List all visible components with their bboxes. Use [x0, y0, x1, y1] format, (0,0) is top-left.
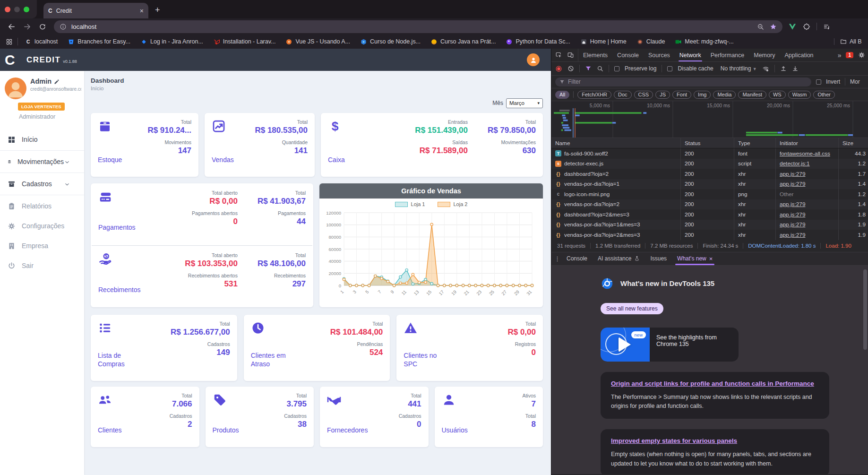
import-har-icon[interactable] [780, 65, 787, 72]
request-initiator[interactable]: app.js:279 [780, 232, 805, 238]
card-lista-de-compras[interactable]: Lista de ComprasTotalR$ 1.256.677,00Cada… [91, 315, 237, 381]
card-pagamentos[interactable]: PagamentosTotal abertoR$ 0,00Pagamentos … [91, 183, 313, 245]
preserve-log-checkbox[interactable] [614, 66, 619, 71]
card-vendas[interactable]: VendasTotalR$ 180.535,00Quantidade141 [205, 113, 315, 177]
tab-close-icon[interactable]: × [140, 7, 144, 15]
card-fornecedores[interactable]: FornecedoresTotal441Cadastros0 [320, 387, 429, 447]
request-row[interactable]: {}dashboard?loja=2&mes=3200xhrapp.js:279… [551, 209, 868, 220]
back-icon[interactable] [8, 22, 16, 31]
all-bookmarks-button[interactable]: All B [834, 38, 868, 45]
maximize-window-button[interactable] [24, 7, 29, 12]
bookmark-item[interactable]: Claude [636, 38, 665, 45]
disable-cache-checkbox[interactable] [667, 66, 672, 71]
bookmark-item[interactable]: Python for Data Sc... [506, 38, 570, 45]
drawer-menu-icon[interactable]: ⋮ [554, 255, 561, 262]
chip-media[interactable]: Media [713, 91, 736, 99]
chip-manifest[interactable]: Manifest [738, 91, 766, 99]
throttling-select[interactable]: No throttling ▼ [721, 65, 757, 72]
close-window-button[interactable] [5, 7, 10, 12]
chip-fetchxhr[interactable]: Fetch/XHR [577, 91, 611, 99]
clear-network-log-icon[interactable] [567, 65, 574, 72]
bookmark-item[interactable]: Clocalhost [25, 38, 58, 45]
chip-wasm[interactable]: Wasm [788, 91, 811, 99]
bookmark-item[interactable]: Home | Home [580, 38, 627, 45]
card-caixa[interactable]: $CaixaEntradasR$ 151.439,00SaídasR$ 71.5… [321, 113, 543, 177]
new-tab-button[interactable]: + [155, 5, 160, 15]
chip-img[interactable]: Img [694, 91, 711, 99]
device-toolbar-icon[interactable] [567, 52, 574, 59]
record-network-log-icon[interactable] [555, 65, 562, 72]
request-row[interactable]: sdetector-exec.js200scriptdetector.js:11… [551, 159, 868, 169]
sidebar-item-configuracoes[interactable]: Configurações [0, 216, 84, 236]
search-network-icon[interactable] [597, 65, 603, 72]
bookmark-star-icon[interactable] [770, 22, 777, 31]
chip-font[interactable]: Font [672, 91, 691, 99]
bookmark-item[interactable]: Curso Java na Prát... [430, 38, 496, 45]
vue-devtools-icon[interactable] [788, 22, 797, 31]
request-row[interactable]: {}vendas-por-dia?loja=1200xhrapp.js:2791… [551, 179, 868, 190]
card-clientes[interactable]: ClientesTotal7.066Cadastros2 [91, 387, 199, 447]
bookmark-item[interactable]: Vue JS - Usando A... [285, 38, 350, 45]
request-initiator[interactable]: app.js:279 [780, 181, 805, 187]
tab-list-icon[interactable] [823, 22, 831, 31]
sidebar-item-empresa[interactable]: Empresa [0, 236, 84, 256]
edit-profile-icon[interactable] [54, 78, 60, 85]
bookmark-item[interactable]: Log in - Jira Anron... [140, 38, 203, 45]
invert-checkbox[interactable] [816, 79, 821, 85]
request-row[interactable]: {}vendas-por-dia?loja=2&mes=3200xhrapp.j… [551, 230, 868, 240]
drawer-tab-whatsnew[interactable]: What's new× [672, 252, 717, 265]
export-har-icon[interactable] [792, 65, 799, 72]
chip-css[interactable]: CSS [634, 91, 653, 99]
request-row[interactable]: clogo-icon-mini.png200pngOther1.2 [551, 189, 868, 199]
bookmark-item[interactable]: Curso de Node.js... [360, 38, 421, 45]
column-header-type[interactable]: Type [734, 138, 776, 148]
sidebar-item-movimentacoes[interactable]: Movimentações [0, 152, 84, 172]
devtools-tab-sources[interactable]: Sources [644, 49, 675, 61]
sidebar-item-relatorios[interactable]: Relatórios [0, 196, 84, 216]
video-thumbnail[interactable]: new [601, 328, 650, 362]
filter-icon[interactable] [585, 65, 592, 72]
card-clientes-em-atraso[interactable]: Clientes em AtrasoTotalR$ 101.484,00Pend… [244, 315, 390, 381]
devtools-tab-elements[interactable]: Elements [578, 49, 612, 61]
error-badge[interactable]: 1 [846, 52, 853, 58]
extensions-icon[interactable] [803, 22, 810, 31]
browser-tab[interactable]: C Credit × [43, 3, 148, 18]
chip-other[interactable]: Other [813, 91, 835, 99]
close-icon[interactable]: × [709, 255, 713, 262]
network-overview-timeline[interactable]: 5,000 ms10,000 ms15,000 ms20,000 ms25,00… [551, 101, 868, 138]
request-initiator[interactable]: app.js:279 [780, 171, 805, 177]
request-row[interactable]: {}dashboard?loja=2200xhrapp.js:2791.7 [551, 169, 868, 179]
column-header-size[interactable]: Size [839, 138, 868, 148]
sidebar-item-sair[interactable]: Sair [0, 256, 84, 276]
sidebar-item-cadastros[interactable]: Cadastros [0, 174, 84, 194]
apps-grid-icon[interactable] [6, 37, 13, 46]
legend-item[interactable]: Loja 2 [438, 201, 468, 207]
card-recebimentos[interactable]: $RecebimentosTotal abertoR$ 103.353,00Re… [91, 246, 313, 308]
highlight-video-card[interactable]: new See the highlights from Chrome 135 [601, 328, 739, 362]
request-initiator[interactable]: app.js:279 [780, 221, 805, 228]
inspect-element-icon[interactable] [555, 52, 562, 59]
request-initiator[interactable]: app.js:279 [780, 201, 805, 207]
card-usua-rios[interactable]: UsuáriosAtivos7Total8 [435, 387, 543, 447]
devtools-tab-console[interactable]: Console [612, 49, 644, 61]
bookmark-item[interactable]: Installation - Larav... [213, 38, 276, 45]
column-header-status[interactable]: Status [681, 138, 734, 148]
sidebar-item-inicio[interactable]: Início [0, 130, 84, 149]
card-clientes-no-spc[interactable]: Clientes no SPCTotalR$ 0,00Registros0 [396, 315, 543, 381]
request-row[interactable]: Tfa-solid-900.woff2200fontfontawesome-al… [551, 148, 868, 159]
see-all-features-button[interactable]: See all new features [601, 303, 663, 314]
card-produtos[interactable]: ProdutosTotal3.795Cadastros38 [206, 387, 314, 447]
drawer-tab-console[interactable]: Console [562, 252, 592, 265]
minimize-window-button[interactable] [14, 7, 20, 12]
chip-ws[interactable]: WS [769, 91, 786, 99]
devtools-tab-performance[interactable]: Performance [706, 49, 749, 61]
zoom-icon[interactable] [757, 22, 764, 31]
column-header-name[interactable]: Name [551, 138, 681, 148]
devtools-tab-network[interactable]: Network [675, 49, 706, 61]
table-header[interactable]: NameStatusTypeInitiatorSize [551, 138, 868, 148]
scrollbar-thumb[interactable] [863, 269, 867, 350]
forward-icon[interactable] [23, 22, 31, 31]
network-conditions-icon[interactable] [762, 65, 769, 72]
header-avatar[interactable] [527, 53, 540, 66]
drawer-tab-issues[interactable]: Issues [645, 252, 671, 265]
